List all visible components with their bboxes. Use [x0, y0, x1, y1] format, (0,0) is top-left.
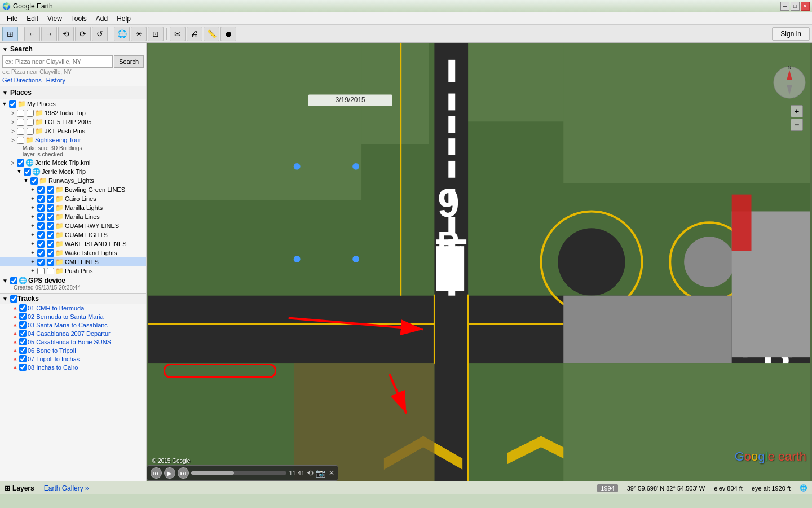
tree-manilla-lights[interactable]: + 📁 Manilla Lights: [0, 203, 146, 212]
toolbar-map-view[interactable]: ⊞: [2, 27, 18, 41]
earth-gallery-button[interactable]: Earth Gallery »: [39, 481, 94, 494]
tree-cairo[interactable]: + 📁 Cairo Lines: [0, 194, 146, 203]
tree-india-trip[interactable]: ▷ 📁 1982 India Trip: [0, 108, 146, 117]
jkt-checkbox2[interactable]: [27, 128, 34, 135]
track-03-checkbox[interactable]: [19, 321, 27, 329]
india-trip-checkbox2[interactable]: [27, 110, 34, 117]
zoom-out-button[interactable]: −: [791, 119, 803, 131]
player-loop[interactable]: ⟲: [307, 468, 314, 478]
track-01[interactable]: 🔺 01 CMH to Bermuda: [0, 304, 146, 312]
cmh-lines-checkbox2[interactable]: [47, 259, 54, 266]
loe5-checkbox[interactable]: [17, 119, 24, 126]
guam-lights-checkbox[interactable]: [37, 231, 45, 239]
bowling-green-checkbox2[interactable]: [47, 186, 54, 194]
jkt-checkbox[interactable]: [17, 128, 24, 135]
track-07[interactable]: 🔺 07 Tripoli to Inchas: [0, 354, 146, 363]
push-pins-checkbox[interactable]: [37, 268, 45, 275]
tree-runways[interactable]: ▼ 📁 Runways_Lights: [0, 176, 146, 185]
my-places-checkbox[interactable]: [9, 100, 16, 108]
toolbar-sun[interactable]: ☀: [131, 27, 147, 41]
tree-push-pins[interactable]: + 📁 Push Pins: [0, 266, 146, 274]
track-06-checkbox[interactable]: [19, 347, 27, 354]
track-04[interactable]: 🔺 04 Casablanca 2007 Departur: [0, 329, 146, 338]
tree-guam-lights[interactable]: + 📁 GUAM LIGHTS: [0, 230, 146, 239]
track-05[interactable]: 🔺 05 Casablanca to Bone SUNS: [0, 338, 146, 346]
places-header[interactable]: ▼ Places: [0, 86, 146, 99]
sightseeing-checkbox[interactable]: [17, 137, 24, 144]
wake-island-lines-checkbox2[interactable]: [47, 240, 54, 248]
track-02-checkbox[interactable]: [19, 313, 27, 320]
player-close[interactable]: ✕: [329, 469, 334, 477]
track-03[interactable]: 🔺 03 Santa Maria to Casablanc: [0, 321, 146, 329]
tree-sightseeing[interactable]: ▷ 📁 Sightseeing Tour: [0, 135, 146, 144]
toolbar-refresh2[interactable]: ⟳: [75, 27, 91, 41]
menu-view[interactable]: View: [43, 14, 67, 24]
search-header[interactable]: ▼ Search: [2, 45, 144, 53]
gps-header[interactable]: ▼ 🌐 GPS device: [2, 277, 144, 284]
layers-button[interactable]: ⊞ Layers: [0, 481, 39, 494]
track-04-checkbox[interactable]: [19, 330, 27, 337]
manilla-lights-checkbox[interactable]: [37, 204, 45, 212]
tree-wake-island-lines[interactable]: + 📁 WAKE ISLAND LINES: [0, 239, 146, 248]
close-button[interactable]: ✕: [801, 2, 810, 11]
search-button[interactable]: Search: [114, 55, 144, 68]
push-pins-checkbox2[interactable]: [47, 268, 54, 275]
tree-bowling-green[interactable]: + 📁 Bowling Green LINES: [0, 185, 146, 194]
track-08-checkbox[interactable]: [19, 364, 27, 371]
search-input[interactable]: [2, 55, 113, 68]
map-area[interactable]: 9 R 10 R: [147, 43, 812, 481]
track-06[interactable]: 🔺 06 Bone to Tripoli: [0, 346, 146, 354]
nav-compass[interactable]: N: [773, 65, 806, 99]
bowling-green-checkbox[interactable]: [37, 186, 45, 194]
get-directions-link[interactable]: Get Directions: [2, 77, 42, 84]
tree-manila-lines[interactable]: + 📁 Manila Lines: [0, 212, 146, 221]
minimize-button[interactable]: ─: [780, 2, 789, 11]
tracks-header[interactable]: ▼ Tracks: [0, 294, 146, 304]
cmh-lines-checkbox[interactable]: [37, 259, 45, 266]
tree-jerrie-kml[interactable]: ▷ 🌐 Jerrie Mock Trip.kml: [0, 158, 146, 167]
toolbar-record[interactable]: ⏺: [220, 27, 236, 41]
toolbar-forward[interactable]: →: [41, 27, 57, 41]
player-rewind[interactable]: ⏮: [151, 467, 162, 479]
toolbar-earth[interactable]: 🌐: [114, 27, 130, 41]
toolbar-measure[interactable]: 📏: [204, 27, 219, 41]
manilla-lights-checkbox2[interactable]: [47, 204, 54, 212]
player-play[interactable]: ▶: [164, 467, 175, 479]
india-trip-checkbox[interactable]: [17, 110, 24, 117]
toolbar-back[interactable]: ←: [24, 27, 40, 41]
track-08[interactable]: 🔺 08 Inchas to Cairo: [0, 363, 146, 371]
tree-my-places[interactable]: ▼ 📁 My Places: [0, 99, 146, 108]
wake-island-lines-checkbox[interactable]: [37, 240, 45, 248]
wake-island-lights-checkbox2[interactable]: [47, 249, 54, 257]
maximize-button[interactable]: □: [791, 2, 800, 11]
tree-loe5[interactable]: ▷ 📁 LOE5 TRIP 2005: [0, 117, 146, 126]
guam-lights-checkbox2[interactable]: [47, 231, 54, 239]
tree-cmh-lines[interactable]: + 📁 CMH LINES: [0, 257, 146, 266]
tree-jerrie-trip[interactable]: ▼ 🌐 Jerrie Mock Trip: [0, 167, 146, 176]
toolbar-refresh1[interactable]: ⟲: [58, 27, 74, 41]
toolbar-print[interactable]: 🖨: [187, 27, 202, 41]
guam-lines-checkbox[interactable]: [37, 222, 45, 230]
sign-in-button[interactable]: Sign in: [772, 27, 810, 41]
wake-island-lights-checkbox[interactable]: [37, 249, 45, 257]
menu-file[interactable]: File: [2, 14, 22, 24]
jerrie-kml-checkbox[interactable]: [17, 159, 24, 167]
player-forward[interactable]: ⏭: [178, 467, 189, 479]
tree-jkt[interactable]: ▷ 📁 JKT Push Pins: [0, 126, 146, 135]
jerrie-trip-checkbox[interactable]: [24, 168, 31, 176]
menu-help[interactable]: Help: [112, 14, 135, 24]
menu-tools[interactable]: Tools: [67, 14, 91, 24]
toolbar-rotate[interactable]: ↺: [92, 27, 108, 41]
toolbar-email[interactable]: ✉: [170, 27, 186, 41]
manila-lines-checkbox2[interactable]: [47, 213, 54, 221]
zoom-in-button[interactable]: +: [791, 105, 803, 117]
tracks-checkbox[interactable]: [10, 295, 17, 303]
track-07-checkbox[interactable]: [19, 355, 27, 362]
track-05-checkbox[interactable]: [19, 338, 27, 345]
history-link[interactable]: History: [46, 77, 65, 84]
menu-add[interactable]: Add: [91, 14, 112, 24]
player-progress-bar[interactable]: [191, 471, 286, 475]
track-01-checkbox[interactable]: [19, 304, 27, 312]
cairo-checkbox[interactable]: [37, 195, 45, 203]
menu-edit[interactable]: Edit: [22, 14, 43, 24]
